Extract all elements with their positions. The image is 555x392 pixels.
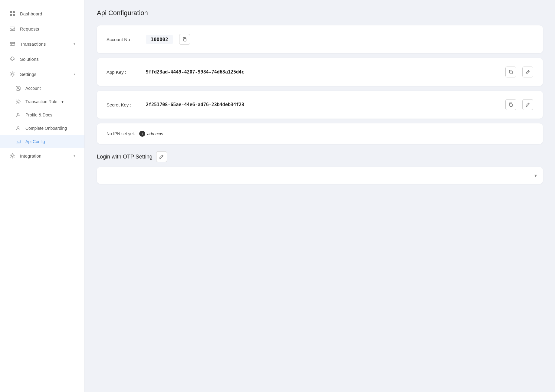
ipn-card: No IPN set yet. + add new [97, 123, 543, 144]
account-no-value: 100002 [146, 35, 173, 44]
add-new-label: add new [147, 131, 163, 136]
svg-point-12 [17, 113, 19, 115]
sidebar-item-transactions[interactable]: Transactions ▾ [0, 36, 84, 51]
api-config-icon [15, 139, 21, 145]
copy-app-key-button[interactable] [505, 67, 516, 77]
dropdown-chevron-icon: ▾ [534, 173, 537, 178]
edit-app-key-button[interactable] [522, 67, 533, 77]
svg-point-10 [18, 87, 19, 89]
sidebar-label-dashboard: Dashboard [20, 11, 42, 16]
add-new-ipn-button[interactable]: + add new [139, 131, 163, 137]
svg-rect-7 [11, 44, 12, 45]
sidebar-item-api-config[interactable]: Api Config [0, 135, 84, 148]
sidebar-label-api-config: Api Config [25, 139, 45, 144]
app-key-label: App Key : [107, 70, 140, 75]
sidebar-label-settings: Settings [20, 72, 36, 77]
onboarding-icon [15, 125, 21, 131]
sidebar-label-transaction-rule: Transaction Rule [25, 99, 57, 104]
chevron-up-icon: ▴ [74, 72, 75, 76]
sidebar-item-requests[interactable]: Requests [0, 21, 84, 36]
sidebar-item-dashboard[interactable]: Dashboard [0, 6, 84, 21]
gear-icon [9, 71, 16, 77]
sidebar: Dashboard Requests Transactions ▾ [0, 0, 85, 392]
sidebar-item-transaction-rule[interactable]: Transaction Rule ▾ [0, 95, 84, 108]
svg-rect-3 [13, 14, 15, 16]
svg-rect-5 [10, 42, 15, 45]
chevron-down-icon-tr: ▾ [61, 99, 64, 104]
sidebar-item-complete-onboarding[interactable]: Complete Onboarding [0, 122, 84, 135]
plus-icon: + [139, 131, 145, 137]
svg-rect-14 [16, 140, 20, 143]
app-key-card: App Key : 9ffd23ad-4449-4207-9984-74d68a… [97, 58, 543, 86]
integration-icon [9, 152, 16, 159]
svg-rect-17 [184, 38, 186, 41]
secret-key-label: Secret Key : [107, 102, 140, 107]
sidebar-label-account: Account [25, 86, 41, 91]
inbox-icon [9, 25, 16, 32]
chevron-down-icon-integration: ▾ [74, 154, 75, 158]
svg-point-8 [11, 73, 13, 75]
credit-card-icon [9, 41, 16, 47]
sidebar-label-profile-docs: Profile & Docs [25, 113, 52, 117]
page-title: Api Configuration [97, 9, 543, 17]
svg-point-15 [19, 142, 20, 143]
svg-rect-2 [10, 14, 12, 16]
copy-account-no-button[interactable] [179, 34, 190, 45]
edit-secret-key-button[interactable] [522, 99, 533, 110]
sidebar-item-account[interactable]: Account [0, 82, 84, 95]
svg-rect-1 [13, 11, 15, 13]
account-no-label: Account No : [107, 37, 140, 42]
account-no-card: Account No : 100002 [97, 25, 543, 53]
sidebar-item-settings[interactable]: Settings ▴ [0, 67, 84, 82]
puzzle-icon [9, 56, 16, 62]
account-user-icon [15, 85, 21, 91]
app-key-value: 9ffd23ad-4449-4207-9984-74d68a125d4c [146, 69, 244, 75]
edit-otp-button[interactable] [156, 151, 167, 162]
svg-rect-19 [510, 104, 512, 106]
sidebar-item-integration[interactable]: Integration ▾ [0, 148, 84, 163]
secret-key-card: Secret Key : 2f251708-65ae-44e6-ad76-23b… [97, 91, 543, 119]
svg-rect-0 [10, 11, 12, 13]
svg-point-11 [17, 101, 19, 103]
sidebar-item-profile-docs[interactable]: Profile & Docs [0, 108, 84, 122]
svg-point-16 [11, 155, 13, 157]
otp-section-title: Login with OTP Setting [97, 151, 543, 162]
sidebar-label-requests: Requests [20, 26, 39, 31]
otp-dropdown[interactable]: ▾ [97, 167, 543, 184]
sidebar-item-solutions[interactable]: Solutions [0, 51, 84, 67]
copy-secret-key-button[interactable] [505, 99, 516, 110]
profile-icon [15, 112, 21, 118]
main-content: Api Configuration Account No : 100002 Ap… [85, 0, 555, 392]
svg-point-13 [17, 127, 19, 129]
grid-icon [9, 10, 16, 17]
sidebar-label-integration: Integration [20, 153, 41, 158]
sidebar-label-solutions: Solutions [20, 57, 39, 62]
sidebar-label-complete-onboarding: Complete Onboarding [25, 126, 67, 131]
svg-rect-18 [510, 71, 512, 74]
transaction-rule-icon [15, 99, 21, 105]
ipn-text: No IPN set yet. [107, 131, 135, 136]
secret-key-value: 2f251708-65ae-44e6-ad76-23b4deb34f23 [146, 102, 244, 107]
chevron-down-icon: ▾ [74, 42, 75, 46]
sidebar-label-transactions: Transactions [20, 41, 46, 47]
